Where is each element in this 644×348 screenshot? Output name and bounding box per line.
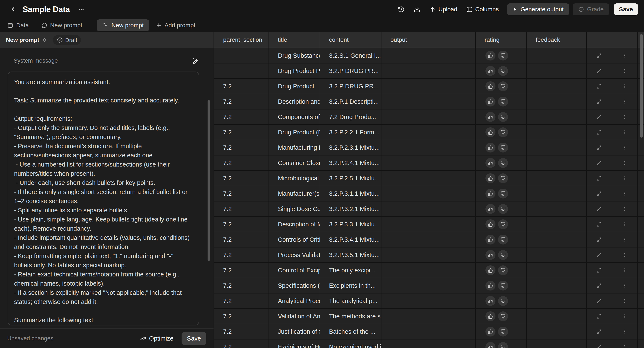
upload-button[interactable]: Upload [426,4,461,15]
thumbs-down-button[interactable] [498,143,508,152]
cell-content[interactable]: 7.2 Drug Produ... [320,109,382,124]
expand-row-button[interactable] [596,344,602,348]
row-menu-button[interactable] [622,68,628,74]
cell-feedback[interactable] [527,155,587,170]
row-menu-button[interactable] [622,53,628,58]
row-menu-button[interactable] [622,206,628,212]
thumbs-down-button[interactable] [498,97,508,106]
cell-title[interactable]: Justification of S [269,324,320,339]
row-menu-button[interactable] [622,83,628,89]
thumbs-up-button[interactable] [486,265,496,275]
cell-output[interactable] [382,79,476,94]
row-menu-button[interactable] [622,329,628,334]
save-prompt-button[interactable]: Save [182,332,206,345]
cell-content[interactable]: No excipient used in [320,340,382,348]
cell-title[interactable]: Control of Excip [269,263,320,278]
cell-content[interactable]: 3.2.P.3.4.1 Mixtu... [320,232,382,247]
column-header-output[interactable]: output [382,32,476,48]
prompt-selector[interactable]: New prompt [6,37,47,43]
cell-parent-section[interactable]: 7.2 [214,109,269,124]
cell-parent-section[interactable]: 7.2 [214,263,269,278]
thumbs-up-button[interactable] [486,235,496,245]
cell-content[interactable]: 3.2.P DRUG PR... [320,79,382,94]
cell-output[interactable] [382,217,476,232]
cell-title[interactable]: Description of M [269,217,320,232]
cell-feedback[interactable] [527,171,587,186]
cell-output[interactable] [382,140,476,155]
cell-feedback[interactable] [527,324,587,339]
cell-parent-section[interactable] [214,63,269,78]
thumbs-up-button[interactable] [486,51,496,60]
thumbs-down-button[interactable] [498,235,508,245]
cell-content[interactable]: 3.2.P.2.5.1 Mixtu... [320,171,382,186]
cell-parent-section[interactable]: 7.2 [214,186,269,201]
cell-feedback[interactable] [527,140,587,155]
thumbs-down-button[interactable] [498,296,508,306]
cell-title[interactable]: Drug Product Pa [269,63,320,78]
row-menu-button[interactable] [622,222,628,227]
thumbs-down-button[interactable] [498,173,508,183]
cell-feedback[interactable] [527,48,587,63]
cell-title[interactable]: Microbiological [269,171,320,186]
column-header-parent-section[interactable]: parent_section [214,32,269,48]
thumbs-up-button[interactable] [486,204,496,214]
thumbs-down-button[interactable] [498,81,508,91]
cell-output[interactable] [382,340,476,348]
expand-row-button[interactable] [596,206,602,212]
thumbs-down-button[interactable] [498,189,508,199]
expand-row-button[interactable] [596,222,602,227]
cell-content[interactable]: The analytical p... [320,294,382,308]
row-menu-button[interactable] [622,129,628,135]
cell-title[interactable]: Drug Substance [269,48,320,63]
thumbs-down-button[interactable] [498,327,508,337]
cell-content[interactable]: The only excipi... [320,263,382,278]
column-header-rating[interactable]: rating [476,32,527,48]
cell-output[interactable] [382,186,476,201]
cell-content[interactable]: 3.2.P.2.2.1 Form... [320,125,382,140]
row-menu-button[interactable] [622,191,628,196]
cell-title[interactable]: Controls of Criti [269,232,320,247]
cell-content[interactable]: 3.2.P.1 Descripti... [320,94,382,109]
expand-row-button[interactable] [596,53,602,58]
cell-feedback[interactable] [527,63,587,78]
column-header-title[interactable]: title [269,32,320,48]
thumbs-down-button[interactable] [498,281,508,291]
tab-new-prompt-1[interactable]: New prompt [40,19,83,31]
cell-title[interactable]: Analytical Proce [269,294,320,308]
thumbs-up-button[interactable] [486,311,496,321]
expand-row-button[interactable] [596,160,602,166]
columns-button[interactable]: Columns [463,4,502,15]
thumbs-down-button[interactable] [498,112,508,122]
cell-feedback[interactable] [527,232,587,247]
cell-output[interactable] [382,63,476,78]
cell-output[interactable] [382,278,476,293]
cell-feedback[interactable] [527,79,587,94]
cell-feedback[interactable] [527,125,587,140]
cell-content[interactable]: 3.2.S.1 General I... [320,48,382,63]
expand-row-button[interactable] [596,268,602,273]
cell-parent-section[interactable]: 7.2 [214,79,269,94]
cell-parent-section[interactable]: 7.2 [214,155,269,170]
row-menu-button[interactable] [622,344,628,348]
expand-row-button[interactable] [596,283,602,289]
cell-output[interactable] [382,232,476,247]
cell-title[interactable]: Drug Product [269,79,320,94]
row-menu-button[interactable] [622,314,628,319]
cell-parent-section[interactable]: 7.2 [214,294,269,308]
cell-parent-section[interactable]: 7.2 [214,232,269,247]
cell-content[interactable]: Batches of the ... [320,324,382,339]
history-button[interactable] [394,4,408,15]
cell-output[interactable] [382,171,476,186]
cell-output[interactable] [382,48,476,63]
expand-row-button[interactable] [596,145,602,151]
thumbs-up-button[interactable] [486,173,496,183]
save-button[interactable]: Save [614,3,638,15]
cell-parent-section[interactable]: 7.2 [214,140,269,155]
row-menu-button[interactable] [622,160,628,166]
back-button[interactable] [7,4,19,14]
thumbs-up-button[interactable] [486,342,496,348]
cell-title[interactable]: Single Dose Cor [269,201,320,216]
cell-feedback[interactable] [527,186,587,201]
cell-output[interactable] [382,248,476,262]
thumbs-up-button[interactable] [486,327,496,337]
